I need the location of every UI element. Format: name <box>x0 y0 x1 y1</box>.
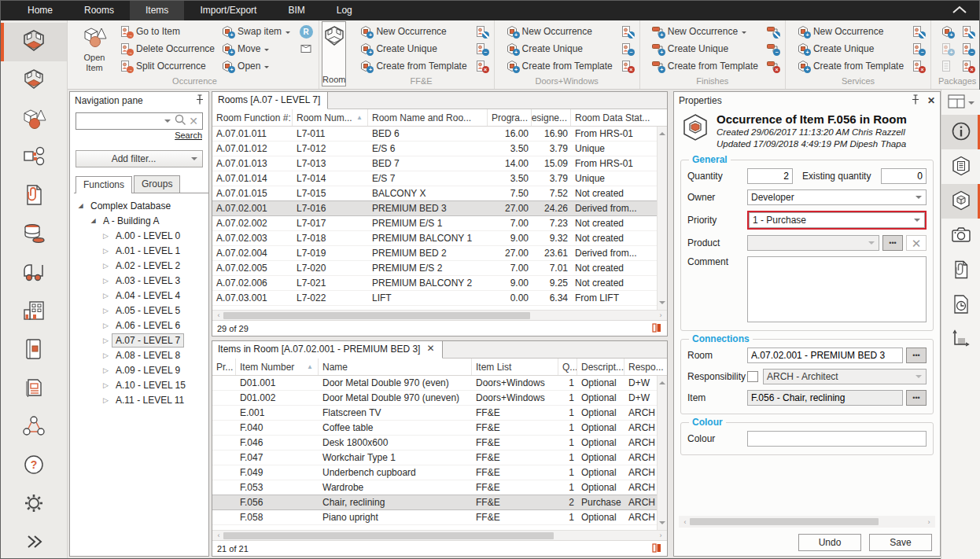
column-header[interactable]: Designe... <box>532 109 571 126</box>
sidebar-item-room-data[interactable] <box>1 61 67 100</box>
column-header-sorted[interactable]: Room Num...▲ <box>293 109 368 126</box>
sidebar-item-buildings[interactable] <box>1 292 67 331</box>
tree-node[interactable]: Complex Database <box>70 198 208 213</box>
ribbon-menu-item[interactable]: + Create Unique <box>651 40 758 57</box>
new-package-occurrence-button[interactable]: + <box>939 23 955 40</box>
item-row[interactable]: F.058 Piano upright FF&E 1 Optional ARCH <box>212 510 667 525</box>
column-header[interactable]: Room Name and Roo... <box>368 109 488 126</box>
room-row[interactable]: A.07.01.012 L7-012 E/S 6 3.50 3.79 Uniqu… <box>212 142 667 156</box>
delete-package-button[interactable]: × <box>960 57 975 75</box>
ribbon-menu-item[interactable]: → Delete Occurrence <box>120 40 215 57</box>
ribbon-tab[interactable]: Import/Export <box>184 1 272 20</box>
comment-field[interactable] <box>747 256 927 322</box>
ribbon-tab[interactable]: Items <box>130 1 184 20</box>
sidebar-item-rooms[interactable] <box>1 23 67 61</box>
delete-template-button[interactable]: × <box>473 57 489 75</box>
items-vertical-scrollbar[interactable] <box>657 376 667 530</box>
column-header[interactable]: Room Function #: <box>212 109 293 126</box>
sidebar-item-items[interactable] <box>1 100 67 138</box>
ribbon-menu-item[interactable]: → Go to Item <box>120 23 215 40</box>
measure-panel-button[interactable] <box>941 322 980 357</box>
remove-finish-button[interactable]: − <box>764 40 780 57</box>
ribbon-tab[interactable]: Log <box>321 1 368 20</box>
sidebar-item-expand[interactable] <box>1 524 67 559</box>
edit-template-button[interactable] <box>619 23 635 40</box>
ribbon-menu-item[interactable]: + New Occurrence <box>506 23 613 40</box>
ribbon-menu-item[interactable]: + Create from Template <box>797 57 904 75</box>
items-horizontal-scrollbar[interactable]: ‹› <box>212 530 667 540</box>
sidebar-item-attachments[interactable] <box>1 177 67 215</box>
save-button[interactable]: Save <box>869 534 932 551</box>
edit-finish-button[interactable] <box>764 23 780 40</box>
item-row[interactable]: F.049 Underbench cupboard FF&E 1 Optiona… <box>212 465 667 480</box>
room-field[interactable] <box>747 348 903 363</box>
sidebar-item-network[interactable] <box>1 408 67 447</box>
tree-node[interactable]: A.06 - LEVEL 6 <box>70 318 208 333</box>
delete-service-button[interactable]: × <box>910 57 926 75</box>
clear-search-icon[interactable]: ✕ <box>187 115 200 127</box>
room-row[interactable]: A.07.01.014 L7-014 E/S 7 3.50 3.79 Uniqu… <box>212 171 667 186</box>
search-input[interactable] <box>79 116 164 127</box>
ribbon-menu-item[interactable]: + New Occurrence <box>797 23 904 40</box>
remove-service-button[interactable]: − <box>910 40 926 57</box>
delete-finish-button[interactable]: × <box>764 57 780 75</box>
data-sheet-panel-button[interactable] <box>941 149 980 184</box>
item-row[interactable]: F.040 Coffee table FF&E 1 Optional ARCH <box>212 421 667 436</box>
sidebar-item-settings[interactable] <box>1 485 67 524</box>
item-row[interactable]: E.001 Flatscreen TV FF&E 1 Optional ARCH <box>212 406 667 421</box>
images-panel-button[interactable] <box>941 219 980 253</box>
item-row[interactable]: D01.001 Door Metal Double 970 (even) Doo… <box>212 376 667 391</box>
ribbon-menu-item[interactable]: + Open <box>221 57 290 75</box>
ribbon-tab[interactable]: Home <box>12 1 68 20</box>
search-link[interactable]: Search <box>175 131 202 140</box>
sidebar-item-reports[interactable] <box>1 370 67 408</box>
pin-icon[interactable] <box>911 94 919 107</box>
ribbon-menu-item[interactable]: + Move <box>221 40 290 57</box>
rooms-tab[interactable]: Rooms [A.07 - LEVEL 7] <box>212 92 328 109</box>
package-template-button[interactable] <box>939 57 955 75</box>
column-header-sorted[interactable]: Item Number▲ <box>236 359 319 375</box>
tree-node[interactable]: A.10 - LEVEL 15 <box>70 377 208 392</box>
revit-link-button[interactable]: R <box>298 23 314 40</box>
ribbon-menu-item[interactable]: + New Occurrence <box>359 23 466 40</box>
room-row[interactable]: A.07.01.013 L7-013 BED 7 14.00 15.09 Fro… <box>212 156 667 171</box>
attachments-panel-button[interactable] <box>941 253 980 288</box>
column-header[interactable]: Pr... <box>212 359 236 375</box>
colour-field[interactable] <box>747 431 927 447</box>
room-view-toggle[interactable]: Room <box>322 21 346 86</box>
tree-node[interactable]: A.09 - LEVEL 9 <box>70 362 208 377</box>
tree-node[interactable]: A.05 - LEVEL 5 <box>70 303 208 318</box>
item-row[interactable]: F.053 Wardrobe FF&E 1 Optional ARCH <box>212 480 667 495</box>
remove-package-button[interactable]: − <box>960 40 975 57</box>
tree-node[interactable]: A - Building A <box>70 213 208 228</box>
item-browse-button[interactable]: ••• <box>906 390 927 406</box>
search-history-caret-icon[interactable] <box>164 120 171 126</box>
tree-node[interactable]: A.01 - LEVEL 1 <box>70 243 208 258</box>
open-item-button[interactable]: Open Item <box>76 23 113 73</box>
product-clear-button[interactable]: ✕ <box>906 235 927 251</box>
sidebar-item-catalog[interactable] <box>1 331 67 370</box>
ribbon-menu-item[interactable]: + Create Unique <box>797 40 904 57</box>
column-header[interactable]: Name <box>319 359 472 375</box>
owner-dropdown[interactable]: Developer <box>747 189 927 205</box>
ribbon-menu-item[interactable]: + Create Unique <box>359 40 466 57</box>
room-row[interactable]: A.07.01.015 L7-015 BALCONY X 7.50 7.52 N… <box>212 186 667 201</box>
navigation-tab[interactable]: Groups <box>134 175 180 193</box>
ribbon-menu-item[interactable]: → Split Occurrence <box>120 57 215 75</box>
priority-dropdown[interactable]: 1 - Purchase <box>749 212 925 228</box>
sidebar-item-logistics[interactable] <box>1 254 67 292</box>
items-in-room-tab[interactable]: Items in Room [A.07.02.001 - PREMIUM BED… <box>212 341 443 359</box>
room-row[interactable]: A.07.02.006 L7-021 PREMIUM BALCONY 2 9.0… <box>212 276 667 291</box>
delete-template-button[interactable]: × <box>619 57 635 75</box>
pin-icon[interactable] <box>195 94 204 107</box>
tree-node[interactable]: A.08 - LEVEL 8 <box>70 348 208 362</box>
info-panel-button[interactable] <box>941 115 980 149</box>
responsibility-checkbox[interactable] <box>747 371 758 382</box>
column-header[interactable]: Item List <box>472 359 558 375</box>
tree-node[interactable]: A.00 - LEVEL 0 <box>70 228 208 243</box>
remove-unique-button[interactable]: − <box>619 40 635 57</box>
ribbon-menu-item[interactable]: + Swap item <box>221 23 290 40</box>
remove-unique-button[interactable]: − <box>473 40 489 57</box>
quantity-field[interactable] <box>747 168 793 184</box>
rooms-horizontal-scrollbar[interactable]: ‹› <box>212 310 667 320</box>
